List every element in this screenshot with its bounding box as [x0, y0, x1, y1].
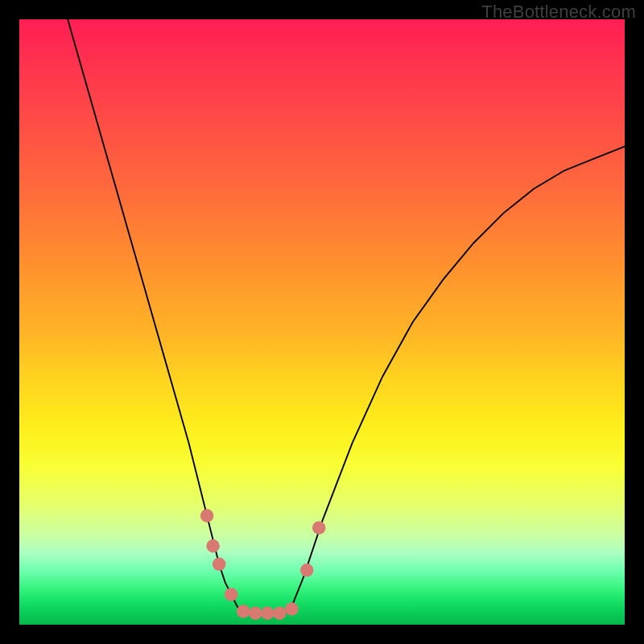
marker: [237, 605, 250, 618]
chart-frame: TheBottleneck.com: [0, 0, 644, 644]
marker: [200, 509, 214, 522]
chart-svg: [19, 19, 625, 625]
marker: [225, 588, 238, 601]
right-curve: [291, 147, 625, 607]
marker: [300, 564, 314, 577]
trough-markers: [200, 509, 326, 620]
left-curve: [68, 19, 243, 613]
marker: [273, 606, 287, 620]
watermark-text: TheBottleneck.com: [481, 2, 636, 23]
marker: [213, 558, 226, 572]
marker: [261, 606, 275, 620]
marker: [312, 521, 326, 535]
marker: [285, 602, 299, 616]
marker: [249, 606, 262, 620]
marker: [206, 539, 220, 553]
chart-lines: [68, 19, 625, 613]
